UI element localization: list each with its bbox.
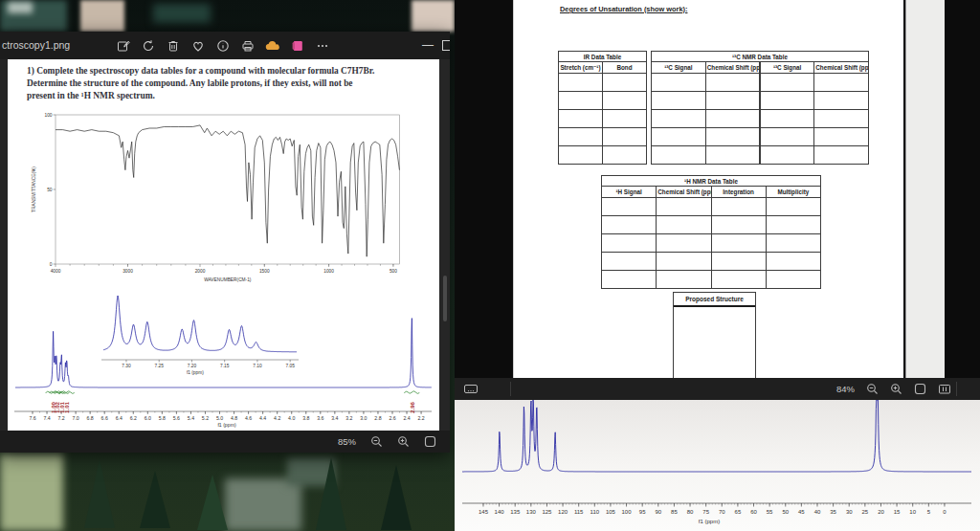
- axis-label: 20: [878, 509, 884, 515]
- problem-line: 1) Complete the spectroscopy data tables…: [27, 65, 421, 77]
- minimize-button[interactable]: —: [417, 32, 438, 59]
- onedrive-button[interactable]: [262, 34, 283, 57]
- axis-label: 0: [50, 262, 53, 267]
- albums-button[interactable]: [287, 34, 308, 57]
- axis-label: 5.6: [173, 415, 180, 421]
- axis-label: 25: [862, 509, 869, 515]
- axis-label: 6.2: [130, 415, 137, 421]
- axis-label: 5.4: [188, 415, 194, 421]
- axis-label: 7.0: [73, 415, 79, 421]
- column-header: Multiplicity: [766, 187, 820, 198]
- axis-label: 145: [479, 509, 489, 515]
- scrollbar[interactable]: [443, 59, 448, 431]
- tree-shape: [84, 459, 115, 528]
- axis-label: 4.6: [245, 415, 252, 421]
- axis-label: f1 (ppm): [217, 422, 236, 428]
- favorite-button[interactable]: [188, 34, 209, 57]
- axis-label: 500: [390, 269, 397, 274]
- scrollbar-thumb[interactable]: [443, 276, 447, 321]
- axis-label: 45: [798, 509, 805, 515]
- axis-label: 2.2: [417, 415, 424, 421]
- table-cell: [603, 74, 647, 92]
- table-cell: [603, 92, 647, 110]
- wallpaper-patch: [8, 2, 33, 13]
- print-button[interactable]: [237, 34, 258, 57]
- info-button[interactable]: [212, 34, 234, 57]
- table-cell: [559, 110, 603, 128]
- table-cell: [760, 74, 814, 92]
- albums-icon: [291, 39, 304, 53]
- two-page-view-button[interactable]: [938, 383, 951, 395]
- axis-label: 100: [44, 113, 52, 118]
- axis-label: 65: [735, 509, 742, 515]
- zoom-out-button[interactable]: [866, 383, 879, 395]
- proposed-structure-box: Proposed Structure: [673, 292, 756, 380]
- h1-inset-curve: [103, 296, 297, 352]
- pages-panel-button[interactable]: [463, 383, 479, 396]
- axis-label: 2.96: [409, 401, 415, 413]
- axis-label: 100: [622, 509, 633, 515]
- edit-image-icon: [117, 39, 130, 53]
- zoom-level: 85%: [338, 436, 356, 447]
- ir-curve: [56, 125, 399, 256]
- rotate-button[interactable]: [138, 34, 159, 57]
- axis-label: 50: [782, 509, 789, 515]
- zoom-level: 84%: [836, 384, 855, 394]
- delete-button[interactable]: [163, 34, 184, 57]
- photos-titlebar: ctroscopy1.png —: [0, 32, 450, 59]
- column-header: Chemical Shift (ppm): [657, 187, 711, 198]
- photo-image: 1) Complete the spectroscopy data tables…: [8, 59, 439, 431]
- fit-to-window-button[interactable]: [424, 435, 436, 448]
- table-cell: [559, 74, 603, 92]
- table-cell: [652, 110, 706, 128]
- axis-label: 4000: [51, 269, 61, 274]
- axis-label: 55: [767, 509, 773, 515]
- axis-label: 6.0: [145, 415, 151, 421]
- h1-table-grid: ¹H NMR Data Table¹H SignalChemical Shift…: [601, 175, 821, 289]
- info-icon: [216, 39, 230, 53]
- axis-label: 1.01: [63, 401, 70, 413]
- table-cell: [766, 253, 820, 271]
- axis-label: f1 (ppm): [187, 370, 204, 375]
- axis-label: 75: [702, 509, 709, 515]
- wallpaper-patch: [225, 478, 301, 531]
- axis-label: TRANSMITTANCE(%): [32, 166, 36, 212]
- maximize-icon: [442, 40, 450, 51]
- c13-table-grid: ¹³C NMR Data Table¹³C SignalChemical Shi…: [651, 51, 869, 165]
- column-header: Integration: [711, 187, 766, 198]
- heart-icon: [191, 39, 205, 53]
- table-cell: [657, 216, 711, 234]
- table-cell: [602, 216, 657, 234]
- see-more-button[interactable]: [312, 34, 333, 57]
- axis-label: 4.4: [259, 415, 266, 421]
- zoom-in-icon: [397, 435, 410, 448]
- table-cell: [711, 198, 766, 216]
- photos-statusbar: 85%: [0, 431, 450, 453]
- zoom-in-button[interactable]: [890, 383, 902, 395]
- tree-shape: [381, 465, 412, 530]
- axis-label: 60: [750, 509, 757, 515]
- column-header: Chemical Shift (ppm): [814, 62, 869, 74]
- axis-label: 115: [574, 509, 584, 515]
- table-cell: [711, 253, 766, 271]
- maximize-button[interactable]: [442, 40, 450, 51]
- zoom-in-button[interactable]: [397, 435, 410, 448]
- axis-label: 80: [687, 509, 694, 515]
- axis-label: 5.0: [216, 415, 223, 421]
- axis-label: 1000: [323, 269, 334, 274]
- axis-label: 90: [655, 509, 661, 515]
- zoom-out-icon: [866, 383, 879, 395]
- table-cell: [559, 92, 603, 110]
- axis-label: 6.8: [87, 415, 94, 421]
- table-cell: [760, 92, 814, 110]
- table-title: IR Data Table: [559, 52, 647, 62]
- edit-image-button[interactable]: [113, 34, 134, 57]
- zoom-out-button[interactable]: [370, 435, 383, 448]
- axis-label: 4.2: [274, 415, 280, 421]
- table-cell: [603, 128, 647, 146]
- axis-label: 120: [558, 509, 568, 515]
- fit-page-button[interactable]: [914, 383, 926, 395]
- h1-curve: [15, 319, 432, 387]
- rotate-icon: [142, 39, 155, 53]
- h1-plot: 7.67.47.27.06.86.66.46.26.05.85.65.45.25…: [14, 296, 432, 428]
